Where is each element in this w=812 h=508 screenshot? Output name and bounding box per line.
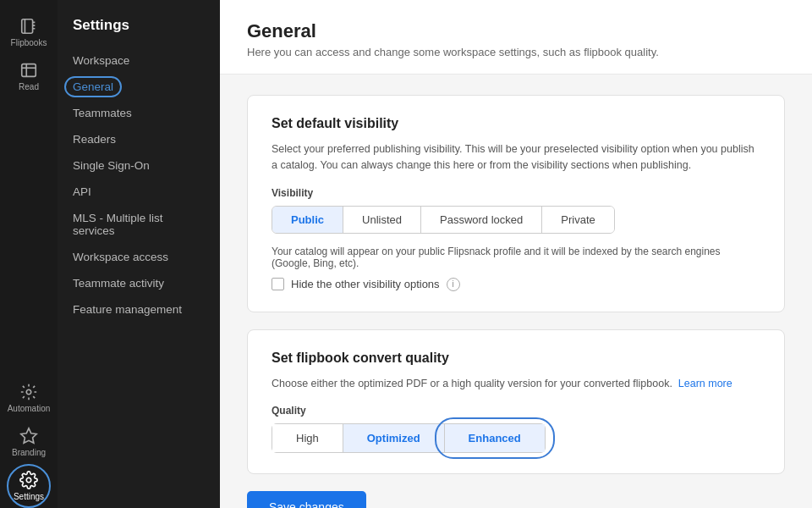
quality-btn-optimized[interactable]: Optimized xyxy=(343,424,445,452)
quality-btn-enhanced[interactable]: Enhanced xyxy=(445,424,545,452)
page-subtitle: Here you can access and change some work… xyxy=(247,46,785,58)
nav-sidebar: Settings Workspace General Teammates Rea… xyxy=(58,0,220,508)
visibility-card-desc: Select your preferred publishing visibil… xyxy=(272,141,760,174)
nav-item-api[interactable]: API xyxy=(58,179,220,205)
quality-card-desc: Choose either the optimized PDF or a hig… xyxy=(272,376,760,392)
visibility-toggle-group: Public Unlisted Password locked Private xyxy=(272,206,615,234)
quality-btn-high[interactable]: High xyxy=(272,424,343,452)
page-title: General xyxy=(247,20,785,42)
sidebar-icon-read[interactable]: Read xyxy=(0,54,58,98)
nav-item-readers[interactable]: Readers xyxy=(58,126,220,152)
content-area: Set default visibility Select your prefe… xyxy=(220,75,812,508)
nav-item-feature-management[interactable]: Feature management xyxy=(58,296,220,323)
visibility-card-title: Set default visibility xyxy=(272,116,760,131)
catalog-note: Your catalog will appear on your public … xyxy=(272,246,760,269)
settings-title: Settings xyxy=(58,17,220,47)
nav-item-workspace-access[interactable]: Workspace access xyxy=(58,244,220,270)
hide-options-row: Hide the other visibility options i xyxy=(272,278,760,291)
visibility-btn-private[interactable]: Private xyxy=(542,207,613,233)
icon-sidebar: Flipbooks Read Automation Branding Setti… xyxy=(0,0,58,508)
save-area: Save changes xyxy=(247,491,785,508)
sidebar-icon-flipbooks[interactable]: Flipbooks xyxy=(0,10,58,54)
info-icon[interactable]: i xyxy=(447,278,460,291)
learn-more-link[interactable]: Learn more xyxy=(678,378,732,389)
svg-rect-1 xyxy=(22,64,36,77)
quality-card: Set flipbook convert quality Choose eith… xyxy=(247,329,785,475)
visibility-label: Visibility xyxy=(272,187,760,199)
visibility-card: Set default visibility Select your prefe… xyxy=(247,95,785,312)
save-changes-button[interactable]: Save changes xyxy=(247,491,366,508)
visibility-btn-password[interactable]: Password locked xyxy=(421,207,542,233)
svg-marker-3 xyxy=(21,428,36,443)
icon-sidebar-bottom: Automation Branding Settings xyxy=(0,376,58,508)
svg-point-4 xyxy=(26,478,31,483)
visibility-btn-unlisted[interactable]: Unlisted xyxy=(343,207,421,233)
sidebar-icon-automation[interactable]: Automation xyxy=(0,376,58,420)
svg-rect-0 xyxy=(22,19,33,34)
nav-item-teammate-activity[interactable]: Teammate activity xyxy=(58,270,220,296)
svg-point-2 xyxy=(26,389,31,395)
nav-item-general[interactable]: General xyxy=(58,74,220,100)
hide-options-label: Hide the other visibility options xyxy=(291,278,440,290)
main-content: General Here you can access and change s… xyxy=(220,0,812,508)
hide-options-checkbox[interactable] xyxy=(272,278,284,290)
page-header: General Here you can access and change s… xyxy=(220,0,812,75)
nav-item-mls[interactable]: MLS - Multiple list services xyxy=(58,205,220,244)
visibility-btn-public[interactable]: Public xyxy=(272,207,343,233)
quality-label: Quality xyxy=(272,405,760,417)
nav-item-general-label: General xyxy=(73,80,113,93)
quality-toggle-group: High Optimized Enhanced xyxy=(272,423,546,453)
nav-item-teammates[interactable]: Teammates xyxy=(58,100,220,126)
sidebar-icon-settings[interactable]: Settings xyxy=(0,464,58,508)
quality-card-title: Set flipbook convert quality xyxy=(272,351,760,366)
sidebar-icon-branding[interactable]: Branding xyxy=(0,420,58,464)
nav-item-workspace[interactable]: Workspace xyxy=(58,47,220,74)
nav-item-sso[interactable]: Single Sign-On xyxy=(58,152,220,179)
